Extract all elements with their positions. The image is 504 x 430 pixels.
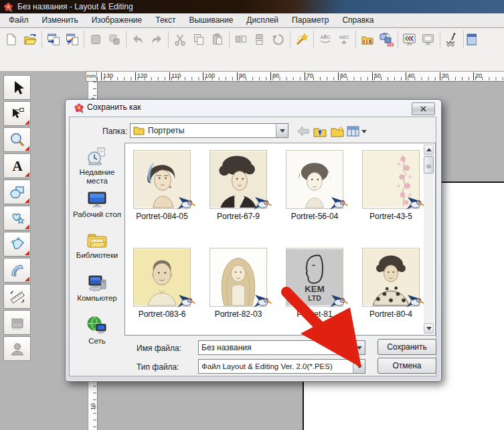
- chevron-down-icon: [361, 130, 367, 133]
- place-libraries[interactable]: Библиотеки: [71, 231, 123, 260]
- toolbar-separator: [313, 31, 314, 48]
- image-to-stitch-icon[interactable]: [63, 30, 82, 49]
- toolbar-separator: [229, 31, 230, 48]
- ruler-label: 110: [169, 72, 181, 80]
- save-button[interactable]: Сохранить: [377, 339, 436, 355]
- menu-sew[interactable]: Вышивание: [182, 13, 240, 27]
- text-transform-icon[interactable]: ABC: [335, 30, 353, 49]
- portrait-tool-button[interactable]: [3, 336, 31, 361]
- toolbar-separator: [126, 31, 127, 48]
- auto-punch-wand-icon[interactable]: [292, 30, 311, 49]
- menu-bar: Файл Изменить Изображение Текст Вышивани…: [0, 13, 504, 27]
- file-name: Portret-084-05: [125, 212, 199, 221]
- folder-dropdown-button[interactable]: [276, 124, 288, 137]
- desktop-icon: [86, 190, 108, 209]
- file-thumbnail: KEMLTD: [286, 248, 343, 307]
- view-menu-button[interactable]: [345, 125, 368, 138]
- screen-preview-icon[interactable]: [419, 30, 438, 49]
- stitch-simulator-icon[interactable]: [466, 30, 477, 49]
- close-button[interactable]: [412, 102, 435, 115]
- redo-icon[interactable]: [147, 30, 166, 49]
- file-item[interactable]: Portret-084-05: [125, 150, 199, 221]
- sewing-order-icon[interactable]: 123: [377, 30, 396, 49]
- import-pattern-icon[interactable]: [44, 30, 63, 49]
- menu-display[interactable]: Дисплей: [240, 13, 285, 27]
- chevron-down-icon: [426, 327, 432, 330]
- cancel-button[interactable]: Отмена: [377, 358, 436, 374]
- fan-stitch-tool-button[interactable]: [3, 258, 31, 283]
- file-type-value: Файл Layout & Editing Ver. 2.0(*.PES): [199, 362, 353, 370]
- flip-horizontal-icon[interactable]: [232, 30, 250, 49]
- file-name-label: Имя файла:: [137, 344, 181, 353]
- thread-chart-icon[interactable]: [358, 30, 377, 49]
- design-reference-icon[interactable]: [105, 30, 124, 49]
- zoom-tool-button[interactable]: [3, 127, 31, 152]
- manual-punch-tool-button[interactable]: [3, 310, 31, 335]
- place-computer[interactable]: Компьютер: [71, 274, 123, 303]
- realistic-preview-icon[interactable]: [442, 30, 461, 49]
- file-name: Portret-67-9: [201, 212, 275, 221]
- file-item[interactable]: Portret-083-6: [125, 248, 199, 319]
- copy-icon[interactable]: [189, 30, 208, 49]
- rotate-icon[interactable]: [269, 30, 288, 49]
- app-flower-icon: [3, 2, 13, 12]
- undo-icon[interactable]: [129, 30, 147, 49]
- scroll-up-button[interactable]: [424, 145, 434, 155]
- place-label: Сеть: [88, 337, 106, 345]
- basic-shapes-tool-button[interactable]: [3, 180, 31, 204]
- ruler-label: 70: [305, 72, 313, 80]
- design-property-icon[interactable]: [400, 30, 419, 49]
- place-network[interactable]: Сеть: [71, 315, 123, 346]
- file-item[interactable]: Portret-43-5: [354, 150, 428, 221]
- new-design-icon[interactable]: [2, 30, 21, 49]
- design-page-icon[interactable]: [86, 30, 105, 49]
- ruler-label: 10: [90, 402, 96, 412]
- place-desktop[interactable]: Рабочий стол: [71, 190, 123, 219]
- scroll-down-button[interactable]: [424, 324, 434, 334]
- file-name-dropdown-button[interactable]: [353, 341, 365, 354]
- file-list-scrollbar[interactable]: [424, 145, 434, 334]
- menu-option[interactable]: Параметр: [285, 13, 335, 27]
- dialog-body: Папка: Портреты Недавние места: [69, 117, 436, 376]
- pes-bird-icon: [406, 196, 424, 210]
- back-button[interactable]: [296, 125, 311, 138]
- file-type-combobox[interactable]: Файл Layout & Editing Ver. 2.0(*.PES): [198, 359, 365, 374]
- paste-icon[interactable]: [208, 30, 227, 49]
- file-item[interactable]: Portret-56-04: [278, 150, 351, 221]
- menu-edit[interactable]: Изменить: [35, 13, 85, 27]
- file-item[interactable]: Portret-82-03: [201, 248, 275, 319]
- svg-text:A: A: [12, 158, 23, 174]
- pes-bird-icon: [177, 294, 195, 308]
- file-item[interactable]: Portret-80-4: [354, 248, 428, 319]
- window-title: Без названия - Layout & Editing: [17, 2, 133, 11]
- scrollbar-thumb[interactable]: [424, 156, 434, 173]
- cut-icon[interactable]: [171, 30, 189, 49]
- file-item[interactable]: Portret-67-9: [201, 150, 275, 221]
- fancy-shapes-tool-button[interactable]: [3, 206, 31, 230]
- file-type-dropdown-button[interactable]: [353, 360, 365, 373]
- new-folder-button[interactable]: [329, 125, 345, 138]
- text-tool-button[interactable]: A: [3, 153, 31, 178]
- open-file-icon[interactable]: [21, 30, 39, 49]
- libraries-icon: [86, 231, 108, 250]
- folder-combobox[interactable]: Портреты: [130, 123, 288, 138]
- menu-help[interactable]: Справка: [335, 13, 380, 27]
- text-arc-icon[interactable]: ABC: [316, 30, 335, 49]
- menu-text[interactable]: Текст: [149, 13, 182, 27]
- horizontal-ruler: 130 120 110 100 90 80 70 60 50 40 30 20: [97, 71, 504, 82]
- outline-shape-tool-button[interactable]: [3, 232, 31, 257]
- point-edit-tool-button[interactable]: [3, 101, 31, 126]
- file-name-combobox[interactable]: Без названия: [198, 340, 365, 355]
- file-item[interactable]: KEMLTD Portret-81: [278, 248, 351, 319]
- file-type-label: Тип файла:: [137, 362, 179, 372]
- svg-text:ABC: ABC: [339, 35, 349, 40]
- menu-file[interactable]: Файл: [2, 13, 35, 27]
- up-one-level-button[interactable]: [312, 125, 328, 138]
- select-tool-button[interactable]: [3, 75, 31, 100]
- folder-combobox-value: Портреты: [145, 126, 276, 135]
- place-recent[interactable]: Недавние места: [71, 147, 123, 186]
- flip-vertical-icon[interactable]: [250, 30, 269, 49]
- pes-bird-icon: [177, 196, 195, 210]
- measure-tool-button[interactable]: [3, 284, 31, 309]
- menu-image[interactable]: Изображение: [85, 13, 149, 27]
